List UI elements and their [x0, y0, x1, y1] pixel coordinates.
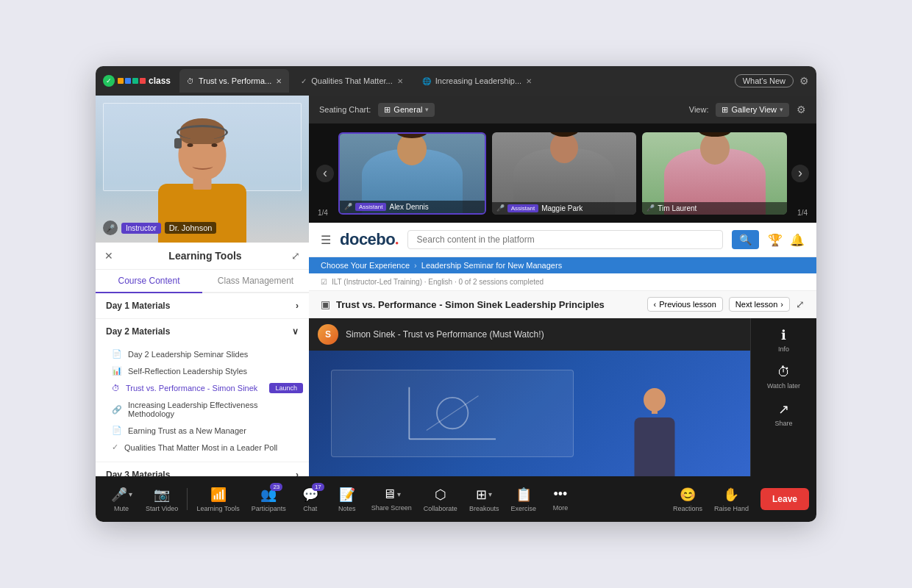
- breadcrumb-item-2[interactable]: Leadership Seminar for New Managers: [421, 261, 562, 270]
- docebo-search-button[interactable]: 🔍: [732, 230, 759, 249]
- toolbar-start-video[interactable]: 📷 Start Video: [140, 487, 184, 512]
- toolbar-more[interactable]: ••• More: [542, 487, 579, 512]
- logo-box-green: [132, 78, 138, 84]
- panel-expand-icon[interactable]: ⤢: [291, 250, 300, 262]
- panel-close-button[interactable]: ✕: [104, 250, 113, 262]
- view-select[interactable]: ⊞ Gallery View ▾: [716, 103, 789, 117]
- share-screen-icon: 🖥: [382, 487, 396, 502]
- tab-close-3[interactable]: ✕: [526, 77, 532, 85]
- launch-badge[interactable]: Launch: [269, 383, 303, 393]
- toolbar-mute[interactable]: 🎤 ▾ Mute: [103, 487, 140, 512]
- exercise-label: Exercise: [510, 505, 536, 512]
- side-action-info[interactable]: ℹ Info: [778, 327, 789, 353]
- docebo-breadcrumb: Choose Your Experience › Leadership Semi…: [309, 257, 816, 273]
- view-value: Gallery View: [731, 105, 777, 114]
- item-text-effectiveness: Increasing Leadership Effectiveness Meth…: [128, 401, 303, 418]
- item-icon-slides: 📄: [112, 349, 122, 359]
- presenter-body: [635, 417, 675, 476]
- side-action-watch-later[interactable]: ⏱ Watch later: [767, 365, 800, 390]
- day-item-self-reflection[interactable]: 📊 Self-Reflection Leadership Styles: [106, 362, 309, 379]
- video-label: Start Video: [146, 505, 178, 512]
- eye-right: [212, 143, 218, 147]
- instructor-smile: [192, 162, 213, 170]
- toolbar-collaborate[interactable]: ⬡ Collaborate: [418, 487, 463, 512]
- day-3-section: Day 3 Materials ›: [96, 462, 309, 476]
- reactions-icon: 😊: [680, 487, 696, 503]
- toolbar-breakouts[interactable]: ⊞ ▾ Breakouts: [463, 487, 505, 512]
- docebo-header: ☰ docebo● 🔍 🏆 🔔: [309, 223, 816, 257]
- seating-chart-label: Seating Chart:: [319, 105, 371, 114]
- side-action-share[interactable]: ↗ Share: [774, 401, 792, 427]
- video-thumbnail[interactable]: [309, 351, 750, 476]
- fullscreen-button[interactable]: ⤢: [796, 298, 805, 310]
- raise-hand-icon: ✋: [723, 487, 739, 503]
- tab-close-2[interactable]: ✕: [397, 77, 403, 85]
- tab-class-management[interactable]: Class Management: [202, 270, 309, 292]
- collaborate-icon: ⬡: [435, 487, 446, 503]
- instructor-role-badge: Instructor: [121, 223, 161, 234]
- video-thumb-tim[interactable]: 🎤 Tim Laurent: [642, 132, 787, 215]
- docebo-search-input[interactable]: [407, 230, 723, 249]
- notes-icon: 📝: [339, 487, 355, 503]
- breadcrumb-sep: ›: [414, 261, 417, 270]
- toolbar-reactions[interactable]: 😊 Reactions: [667, 487, 708, 512]
- docebo-menu-icon[interactable]: ☰: [321, 233, 331, 247]
- seating-chart-select[interactable]: ⊞ General ▾: [378, 103, 435, 117]
- class-text: class: [149, 76, 171, 86]
- item-icon-earning: 📄: [112, 426, 122, 435]
- learning-tools-icon: 📶: [210, 487, 227, 503]
- day-item-qualities[interactable]: ✓ Qualities That Matter Most in a Leader…: [106, 439, 309, 456]
- video-thumb-maggie[interactable]: 🎤 Assistant Maggie Park: [492, 132, 637, 215]
- day-item-effectiveness[interactable]: 🔗 Increasing Leadership Effectiveness Me…: [106, 397, 309, 422]
- toolbar-share-screen[interactable]: 🖥 ▾ Share Screen: [366, 487, 418, 512]
- day-2-header[interactable]: Day 2 Materials ∨: [96, 319, 309, 344]
- main-area: 🎤 Instructor Dr. Johnson ✕ Learning Tool…: [96, 96, 816, 476]
- presentation-bg: [309, 351, 750, 476]
- gallery-counter-right: 1/4: [797, 209, 808, 217]
- video-thumb-alex[interactable]: 🎤 Assistant Alex Dennis: [338, 132, 486, 215]
- gallery-nav-left[interactable]: ‹: [316, 165, 334, 182]
- svg-line-3: [427, 396, 479, 431]
- day-item-earning-trust[interactable]: 📄 Earning Trust as a New Manager: [106, 422, 309, 439]
- assistant-badge-alex: Assistant: [355, 203, 386, 211]
- presentation-board: [331, 370, 574, 458]
- tab-label-2: Qualities That Matter...: [311, 76, 392, 85]
- toolbar-exercise[interactable]: 📋 Exercise: [505, 487, 542, 512]
- settings-icon-top[interactable]: ⚙: [797, 104, 806, 115]
- toolbar-learning-tools[interactable]: 📶 Learning Tools: [190, 487, 245, 512]
- settings-icon[interactable]: ⚙: [799, 75, 809, 87]
- browser-window: ✓ class ⏱ Trust vs. Performa... ✕ ✓ Qual…: [96, 66, 816, 522]
- video-side-panel: ℹ Info ⏱ Watch later ↗ Share: [750, 318, 816, 476]
- bell-icon[interactable]: 🔔: [790, 233, 805, 247]
- toolbar-chat[interactable]: 💬 17 Chat: [292, 487, 329, 512]
- next-chevron: ›: [780, 300, 783, 309]
- day-item-trust-performance[interactable]: ⏱ Trust vs. Performance - Simon Sinek La…: [106, 379, 309, 397]
- breadcrumb-item-1[interactable]: Choose Your Experience: [321, 261, 410, 270]
- tab-icon-2: ✓: [301, 77, 307, 85]
- prev-lesson-label: Previous lesson: [659, 300, 716, 309]
- whats-new-button[interactable]: What's New: [735, 74, 794, 87]
- class-logo: [118, 78, 146, 84]
- day-item-seminar-slides[interactable]: 📄 Day 2 Leadership Seminar Slides: [106, 345, 309, 362]
- leave-button[interactable]: Leave: [760, 488, 809, 510]
- prev-lesson-button[interactable]: ‹ Previous lesson: [647, 297, 723, 312]
- tab-trust-performance[interactable]: ⏱ Trust vs. Performa... ✕: [179, 69, 289, 93]
- tab-icon-1: ⏱: [187, 77, 194, 85]
- day-1-header[interactable]: Day 1 Materials ›: [96, 293, 309, 318]
- toolbar-notes[interactable]: 📝 Notes: [329, 487, 366, 512]
- toolbar-raise-hand[interactable]: ✋ Raise Hand: [708, 487, 755, 512]
- course-info-icon: ☑: [321, 278, 327, 286]
- tab-course-content[interactable]: Course Content: [96, 270, 202, 293]
- gallery-nav-right[interactable]: ›: [791, 165, 809, 182]
- day-3-header[interactable]: Day 3 Materials ›: [96, 462, 309, 476]
- video-gallery: ‹ 1/4: [309, 123, 816, 223]
- view-label: View:: [689, 105, 709, 114]
- toolbar-participants[interactable]: 👥 23 Participants: [246, 487, 292, 512]
- tab-qualities[interactable]: ✓ Qualities That Matter... ✕: [293, 69, 410, 93]
- next-lesson-button[interactable]: Next lesson ›: [729, 297, 790, 312]
- next-lesson-label: Next lesson: [735, 300, 777, 309]
- mute-chevron: ▾: [129, 490, 132, 498]
- video-main: S Simon Sinek - Trust vs Performance (Mu…: [309, 318, 750, 476]
- tab-increasing-leadership[interactable]: 🌐 Increasing Leadership... ✕: [415, 69, 539, 93]
- tab-close-1[interactable]: ✕: [276, 77, 282, 85]
